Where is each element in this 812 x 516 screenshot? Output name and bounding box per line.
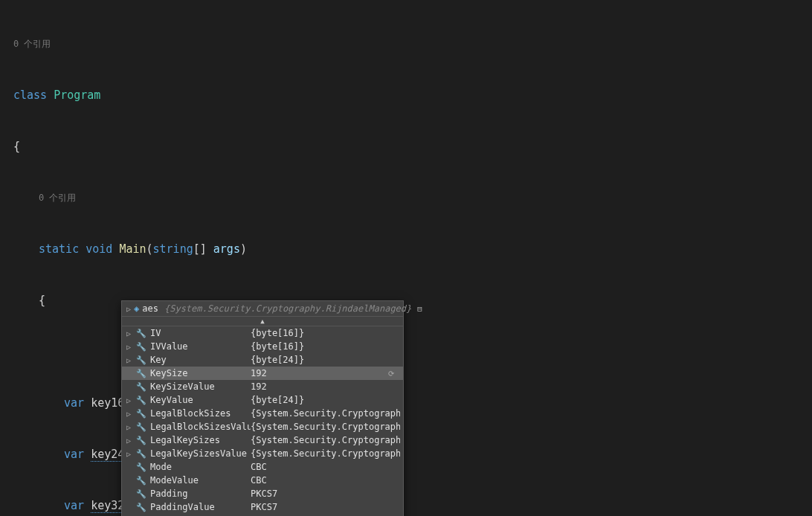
- property-name: IV: [150, 328, 251, 338]
- wrench-icon: 🔧: [135, 434, 147, 446]
- property-name: KeyValue: [150, 395, 251, 405]
- property-value: {byte[24]}: [251, 355, 400, 365]
- scroll-up-icon[interactable]: ▲: [122, 317, 403, 326]
- datatip-type: {System.Security.Cryptography.RijndaelMa…: [164, 303, 411, 314]
- wrench-internal-icon: 🔧: [135, 394, 147, 406]
- property-name: IVValue: [150, 341, 251, 352]
- wrench-icon: 🔧: [135, 407, 147, 419]
- property-row[interactable]: ▷🔧IV{byte[16]}: [122, 326, 403, 340]
- property-value: CBC: [251, 475, 400, 486]
- expander-icon[interactable]: ▷: [125, 329, 132, 338]
- wrench-icon: 🔧: [135, 367, 147, 379]
- property-value: PKCS7: [251, 502, 400, 512]
- wrench-internal-icon: 🔧: [135, 341, 147, 352]
- expander-icon[interactable]: ▷: [125, 423, 132, 431]
- expander-icon[interactable]: ▷: [125, 410, 132, 418]
- object-cube-icon: ◈: [134, 303, 139, 314]
- refresh-icon[interactable]: ⟳: [388, 370, 400, 378]
- property-value: {System.Security.Cryptography.KeySizes[1…: [251, 435, 400, 445]
- wrench-internal-icon: 🔧: [135, 474, 147, 486]
- property-value: {byte[24]}: [251, 395, 400, 405]
- expander-icon[interactable]: ▷: [125, 436, 132, 445]
- property-row[interactable]: 🔧KeySize192⟳: [122, 367, 403, 380]
- property-row[interactable]: ▷🔧Key{byte[24]}: [122, 353, 403, 367]
- property-name: Mode: [150, 462, 251, 472]
- expander-icon[interactable]: ▷: [126, 305, 131, 313]
- property-name: LegalBlockSizes: [150, 408, 251, 419]
- property-name: LegalKeySizesValue: [150, 448, 251, 459]
- code-line: class Program: [0, 87, 812, 104]
- property-value: 192: [251, 368, 388, 378]
- property-name: LegalBlockSizesValue: [150, 422, 251, 432]
- wrench-internal-icon: 🔧: [135, 421, 147, 433]
- wrench-icon: 🔧: [135, 327, 147, 339]
- property-row[interactable]: 🔧ModeValueCBC: [122, 474, 403, 487]
- property-row[interactable]: ▷🔧LegalKeySizes{System.Security.Cryptogr…: [122, 433, 403, 447]
- property-name: PaddingValue: [150, 502, 251, 512]
- property-value: 192: [251, 381, 400, 392]
- property-value: PKCS7: [251, 488, 400, 499]
- property-row[interactable]: ▷🔧KeyValue{byte[24]}: [122, 393, 403, 407]
- wrench-internal-icon: 🔧: [135, 381, 147, 393]
- wrench-internal-icon: 🔧: [135, 448, 147, 459]
- property-row[interactable]: ▷🔧LegalKeySizesValue{System.Security.Cry…: [122, 447, 403, 460]
- property-value: {byte[16]}: [251, 328, 400, 338]
- property-row[interactable]: 🔧KeySizeValue192: [122, 380, 403, 393]
- datatip-header[interactable]: ▷ ◈ aes {System.Security.Cryptography.Ri…: [122, 301, 403, 317]
- property-row[interactable]: 🔧PaddingPKCS7: [122, 487, 403, 500]
- references-inner[interactable]: 0 个引用: [0, 190, 812, 207]
- property-value: {byte[16]}: [251, 341, 400, 352]
- expander-icon[interactable]: ▷: [125, 396, 132, 404]
- property-row[interactable]: ▷🔧IVValue{byte[16]}: [122, 340, 403, 353]
- debug-datatip[interactable]: ▷ ◈ aes {System.Security.Cryptography.Ri…: [121, 300, 404, 516]
- property-value: {System.Security.Cryptography.KeySizes[1…: [251, 448, 400, 459]
- expander-icon[interactable]: ▷: [125, 450, 132, 458]
- wrench-icon: 🔧: [135, 488, 147, 500]
- property-value: CBC: [251, 462, 400, 472]
- pin-icon[interactable]: ⊟: [417, 304, 422, 314]
- expander-icon[interactable]: ▷: [125, 343, 132, 351]
- property-row[interactable]: ▷🔧LegalBlockSizes{System.Security.Crypto…: [122, 407, 403, 420]
- property-row[interactable]: 🔧PaddingValuePKCS7: [122, 500, 403, 514]
- code-line: static void Main(string[] args): [0, 241, 812, 258]
- property-name: LegalKeySizes: [150, 435, 251, 445]
- wrench-internal-icon: 🔧: [135, 501, 147, 513]
- property-value: {System.Security.Cryptography.KeySizes[1…: [251, 408, 400, 419]
- property-row[interactable]: 🔧ModeCBC: [122, 460, 403, 474]
- property-list: ▷🔧IV{byte[16]}▷🔧IVValue{byte[16]}▷🔧Key{b…: [122, 326, 403, 516]
- property-name: KeySizeValue: [150, 381, 251, 392]
- expander-icon[interactable]: ▷: [125, 356, 132, 364]
- references-outer[interactable]: 0 个引用: [0, 36, 812, 53]
- property-value: {System.Security.Cryptography.KeySizes[1…: [251, 422, 400, 432]
- property-name: ModeValue: [150, 475, 251, 486]
- property-name: KeySize: [150, 368, 251, 378]
- property-name: Padding: [150, 488, 251, 499]
- brace: {: [0, 138, 812, 155]
- property-name: Key: [150, 355, 251, 365]
- property-row[interactable]: ▷🔧LegalBlockSizesValue{System.Security.C…: [122, 420, 403, 433]
- wrench-icon: 🔧: [135, 354, 147, 366]
- wrench-icon: 🔧: [135, 461, 147, 473]
- datatip-var-name: aes: [142, 303, 158, 314]
